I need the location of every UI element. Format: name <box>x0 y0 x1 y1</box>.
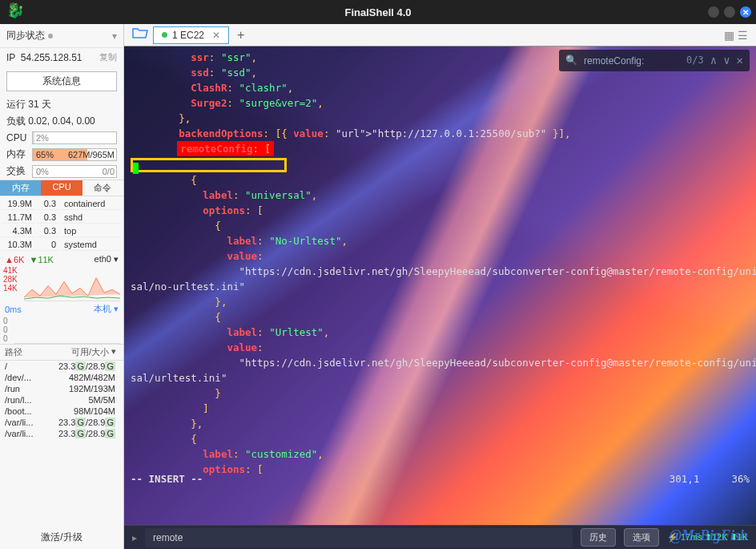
table-row: 4.3M0.3top <box>2 225 122 237</box>
proc-tabs: 内存 CPU 命令 <box>0 180 123 196</box>
process-table: 19.9M0.3containerd 11.7M0.3sshd 4.3M0.3t… <box>0 196 123 252</box>
arrow-up-icon: ▲ <box>5 255 14 264</box>
code-line: }, <box>131 111 750 126</box>
tab-mem[interactable]: 内存 <box>0 180 41 196</box>
activate-button[interactable]: 激活/升级 <box>0 526 123 549</box>
tab-cpu[interactable]: CPU <box>41 180 82 196</box>
code-line <box>131 156 750 172</box>
system-info-button[interactable]: 系统信息 <box>6 71 117 91</box>
sync-status: 同步状态 ▾ <box>0 24 123 48</box>
code-line: Surge2: "surge&ver=2", <box>131 95 750 111</box>
status-dot-icon <box>162 32 167 38</box>
app-logo-icon: 🐉 <box>6 2 24 19</box>
chevron-down-icon[interactable]: ▾ <box>109 346 119 358</box>
ping-row: 0ms 本机 ▾ <box>0 301 123 317</box>
disk-row[interactable]: /run192M/193M <box>0 383 123 394</box>
disk-row[interactable]: /var/li...23.3G/28.9G <box>0 417 123 428</box>
minimize-button[interactable] <box>708 6 719 18</box>
code-line: label: "customized", <box>131 446 750 462</box>
add-tab-button[interactable]: + <box>229 28 252 42</box>
terminal[interactable]: ssr: "ssr", ssd: "ssd", ClashR: "clashr"… <box>124 46 756 525</box>
disk-row[interactable]: /23.3G/28.9G <box>0 361 123 372</box>
code-line: remoteConfig: [ <box>131 141 750 156</box>
tab-active[interactable]: 1 EC22 ✕ <box>153 26 229 44</box>
ping-ms: 0ms <box>5 305 22 314</box>
content-area: 1 EC22 ✕ + ▦ ☰ ssr: "ssr", ssd: "ssd", C… <box>124 24 756 549</box>
search-input[interactable] <box>584 55 680 67</box>
ping-chart <box>14 317 120 344</box>
swap-bar: 0% 0/0 <box>32 165 117 178</box>
arrow-down-icon: ▼ <box>29 255 38 264</box>
maximize-button[interactable] <box>724 6 735 18</box>
search-close-icon[interactable]: ✕ <box>737 53 743 68</box>
prompt-icon: ▸ <box>132 532 137 543</box>
close-button[interactable]: ✕ <box>740 6 751 18</box>
window-title: FinalShell 4.0 <box>344 6 411 18</box>
code-line: sal/urltest.ini" <box>131 370 750 386</box>
close-icon[interactable]: ✕ <box>212 30 220 41</box>
history-button[interactable]: 历史 <box>581 528 616 547</box>
code-line: "https://cdn.jsdelivr.net/gh/SleepyHeeea… <box>131 355 750 370</box>
folder-icon[interactable] <box>127 26 153 43</box>
disk-list: /23.3G/28.9G/dev/...482M/482M/run192M/19… <box>0 361 123 439</box>
code-line: value: <box>131 340 750 355</box>
code-line: { <box>131 172 750 188</box>
code-line: label: "No-Urltest", <box>131 233 750 248</box>
list-view-icon[interactable]: ☰ <box>738 29 748 42</box>
copy-button[interactable]: 复制 <box>99 51 117 63</box>
cursor-pos: 301,1 <box>670 471 700 486</box>
search-next-icon[interactable]: ∨ <box>723 53 730 68</box>
table-row: 11.7M0.3sshd <box>2 212 122 224</box>
search-count: 0/3 <box>686 53 704 68</box>
code-line: }, <box>131 294 750 309</box>
code-line: ClashR: "clashr", <box>131 80 750 95</box>
chevron-down-icon[interactable]: ▾ <box>114 254 119 264</box>
code-line: backendOptions: [{ value: "url">"http://… <box>131 126 750 141</box>
sidebar: 同步状态 ▾ IP 54.255.128.51 复制 系统信息 运行 31 天 … <box>0 24 124 549</box>
network-chart <box>24 266 120 301</box>
sync-label: 同步状态 <box>6 29 45 42</box>
cpu-value: 2% <box>36 133 49 143</box>
scroll-pct: 36% <box>731 471 750 486</box>
swap-pct: 0% <box>36 167 49 176</box>
titlebar: 🐉 FinalShell 4.0 ✕ <box>0 0 756 24</box>
mem-pct: 65% <box>36 150 54 159</box>
mem-bar: 65% 627M/965M <box>32 148 117 161</box>
swap-right: 0/0 <box>103 167 115 176</box>
code-line: }, <box>131 416 750 431</box>
disk-row[interactable]: /var/li...23.3G/28.9G <box>0 428 123 439</box>
search-icon: 🔍 <box>565 53 577 68</box>
ip-label: IP <box>6 52 15 63</box>
cpu-label: CPU <box>6 132 29 143</box>
search-prev-icon[interactable]: ∧ <box>710 53 717 68</box>
chevron-down-icon[interactable]: ▾ <box>112 30 117 42</box>
mem-label: 内存 <box>6 147 29 161</box>
chevron-down-icon[interactable]: ▾ <box>114 304 119 313</box>
code-line: { <box>131 309 750 325</box>
table-row: 19.9M0.3containerd <box>2 198 122 210</box>
code-line: options: [ <box>131 203 750 218</box>
search-bar: 🔍 0/3 ∧ ∨ ✕ <box>559 50 750 71</box>
load: 负载 0.02, 0.04, 0.00 <box>0 113 123 130</box>
table-row: 10.3M0systemd <box>2 239 122 251</box>
sync-dot-icon <box>48 34 53 38</box>
grid-view-icon[interactable]: ▦ <box>724 29 734 42</box>
options-button[interactable]: 选项 <box>624 528 659 547</box>
tab-cmd[interactable]: 命令 <box>82 180 123 196</box>
code-line: label: "Urltest", <box>131 325 750 340</box>
toolbar: 1 EC22 ✕ + ▦ ☰ <box>124 24 756 46</box>
disk-row[interactable]: /run/l...5M/5M <box>0 394 123 406</box>
code-line: { <box>131 218 750 233</box>
vim-mode: -- INSERT -- <box>131 471 203 486</box>
code-line: label: "universal", <box>131 188 750 203</box>
command-bar: ▸ 历史 选项 ⚡ 17ms ⬆12K ⬇1K <box>124 525 756 549</box>
disk-row[interactable]: /boot...98M/104M <box>0 406 123 417</box>
code-line: ] <box>131 401 750 416</box>
swap-label: 交换 <box>6 164 29 178</box>
command-input[interactable] <box>145 528 573 547</box>
disk-row[interactable]: /dev/...482M/482M <box>0 372 123 383</box>
code-line: } <box>131 386 750 401</box>
uptime: 运行 31 天 <box>0 96 123 113</box>
iface: eth0 <box>94 254 111 264</box>
watermark: @MrBigFish <box>670 527 748 544</box>
